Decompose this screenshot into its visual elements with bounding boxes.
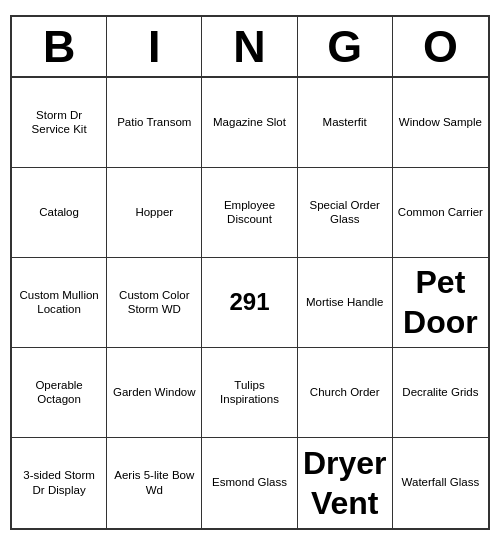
bingo-cell-13: Mortise Handle [298, 258, 393, 348]
bingo-cell-0: Storm Dr Service Kit [12, 78, 107, 168]
bingo-cell-18: Church Order [298, 348, 393, 438]
header-letter-o: O [393, 17, 488, 76]
bingo-cell-16: Garden Window [107, 348, 202, 438]
bingo-cell-1: Patio Transom [107, 78, 202, 168]
bingo-cell-17: Tulips Inspirations [202, 348, 297, 438]
bingo-cell-8: Special Order Glass [298, 168, 393, 258]
bingo-grid: Storm Dr Service KitPatio TransomMagazin… [12, 78, 488, 528]
bingo-cell-10: Custom Mullion Location [12, 258, 107, 348]
bingo-cell-11: Custom Color Storm WD [107, 258, 202, 348]
bingo-cell-7: Employee Discount [202, 168, 297, 258]
bingo-cell-12: 291 [202, 258, 297, 348]
bingo-cell-15: Operable Octagon [12, 348, 107, 438]
bingo-cell-2: Magazine Slot [202, 78, 297, 168]
header-letter-g: G [298, 17, 393, 76]
header-letter-i: I [107, 17, 202, 76]
bingo-cell-21: Aeris 5-lite Bow Wd [107, 438, 202, 528]
bingo-header: BINGO [12, 17, 488, 78]
bingo-cell-6: Hopper [107, 168, 202, 258]
bingo-cell-14: Pet Door [393, 258, 488, 348]
header-letter-b: B [12, 17, 107, 76]
bingo-cell-3: Masterfit [298, 78, 393, 168]
bingo-cell-9: Common Carrier [393, 168, 488, 258]
bingo-cell-24: Waterfall Glass [393, 438, 488, 528]
header-letter-n: N [202, 17, 297, 76]
bingo-cell-19: Decralite Grids [393, 348, 488, 438]
bingo-card: BINGO Storm Dr Service KitPatio TransomM… [10, 15, 490, 530]
bingo-cell-22: Esmond Glass [202, 438, 297, 528]
bingo-cell-20: 3-sided Storm Dr Display [12, 438, 107, 528]
bingo-cell-23: Dryer Vent [298, 438, 393, 528]
bingo-cell-4: Window Sample [393, 78, 488, 168]
bingo-cell-5: Catalog [12, 168, 107, 258]
